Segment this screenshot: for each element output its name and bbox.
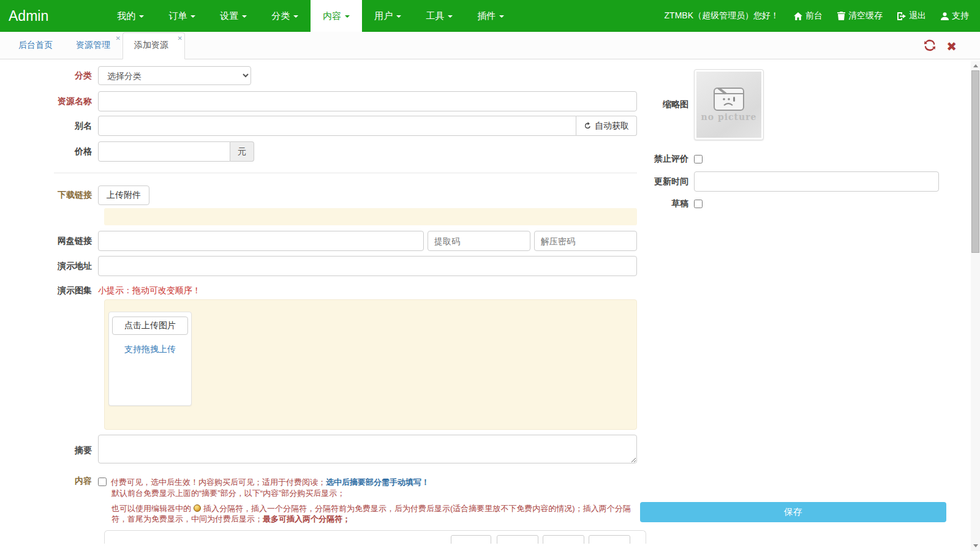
content-help-text: 付费可见，选中后生效！内容购买后可见；适用于付费阅读；选中后摘要部分需手动填写！… <box>98 476 637 525</box>
editor-toolbar-select[interactable] <box>589 535 630 544</box>
tab-close-icon[interactable]: ✕ <box>116 35 121 42</box>
gallery-hint: 小提示：拖动可改变顺序！ <box>98 285 637 296</box>
menu-item-categories[interactable]: 分类 <box>259 0 311 32</box>
top-navbar: Admin 我的 订单 设置 分类 内容 用户 工具 插件 ZTMBK（超级管理… <box>0 0 980 32</box>
menu-item-tools[interactable]: 工具 <box>413 0 465 32</box>
menu-item-content[interactable]: 内容 <box>311 0 362 32</box>
publish-sidebar: 缩略图 no picture 禁止评价 <box>640 69 946 217</box>
summary-textarea[interactable] <box>98 435 637 463</box>
logout-link[interactable]: 退出 <box>897 10 926 21</box>
chevron-down-icon <box>139 15 144 18</box>
content-editor[interactable] <box>104 530 646 544</box>
triangle-down-icon <box>973 544 978 547</box>
gallery-drag-hint: 支持拖拽上传 <box>124 344 176 354</box>
netdisk-url-input[interactable] <box>98 231 424 251</box>
content-label: 内容 <box>0 476 98 487</box>
paid-visible-checkbox[interactable] <box>98 478 107 486</box>
gallery-upload-card: 点击上传图片 支持拖拽上传 <box>108 312 192 406</box>
category-select[interactable]: 选择分类 <box>98 66 251 85</box>
tabs: 后台首页 资源管理 ✕ 添加资源 ✕ <box>0 32 980 59</box>
thumbnail-uploader[interactable]: no picture <box>694 69 764 140</box>
brand-logo[interactable]: Admin <box>0 0 61 32</box>
netdisk-unzip-input[interactable] <box>534 231 637 251</box>
resource-name-label: 资源名称 <box>0 96 98 107</box>
no-picture-placeholder: no picture <box>696 72 761 138</box>
menu-item-orders[interactable]: 订单 <box>156 0 208 32</box>
chevron-down-icon <box>396 15 401 18</box>
gallery-upload-button[interactable]: 点击上传图片 <box>112 317 188 335</box>
gallery-dropzone[interactable]: 点击上传图片 支持拖拽上传 <box>104 299 637 430</box>
netdisk-code-input[interactable] <box>428 231 530 251</box>
update-time-label: 更新时间 <box>640 176 694 187</box>
resource-name-input[interactable] <box>98 91 637 111</box>
chevron-down-icon <box>190 15 195 18</box>
tab-bar: 后台首页 资源管理 ✕ 添加资源 ✕ ✖ <box>0 32 980 59</box>
clear-cache-link[interactable]: 清空缓存 <box>837 10 883 21</box>
summary-label: 摘要 <box>0 445 98 456</box>
no-picture-text: no picture <box>701 112 757 122</box>
tab-resource-manage[interactable]: 资源管理 ✕ <box>65 33 123 59</box>
chevron-down-icon <box>293 15 298 18</box>
trash-icon <box>837 12 845 20</box>
support-link[interactable]: 支持 <box>941 10 969 21</box>
netdisk-label: 网盘链接 <box>0 236 98 247</box>
chevron-down-icon <box>499 15 504 18</box>
demo-url-input[interactable] <box>98 256 637 276</box>
refresh-icon <box>584 122 592 130</box>
gallery-label: 演示图集 <box>0 285 98 296</box>
editor-toolbar-select[interactable] <box>451 535 491 544</box>
category-label: 分类 <box>0 70 98 81</box>
upload-attachment-button[interactable]: 上传附件 <box>98 186 149 205</box>
section-divider <box>54 173 637 173</box>
demo-url-label: 演示地址 <box>0 261 98 272</box>
tab-dashboard[interactable]: 后台首页 <box>7 33 65 59</box>
scrollbar-down-arrow[interactable] <box>971 541 980 550</box>
thumbnail-label: 缩略图 <box>640 99 694 110</box>
refresh-tab-button[interactable] <box>923 39 937 54</box>
tab-add-resource[interactable]: 添加资源 ✕ <box>123 32 185 59</box>
editor-toolbar-select[interactable] <box>497 535 538 544</box>
main-content: 分类 选择分类 资源名称 别名 自动获取 价格 <box>0 59 980 551</box>
user-icon <box>941 12 949 20</box>
vertical-scrollbar[interactable] <box>971 61 980 551</box>
no-comment-label: 禁止评价 <box>640 154 694 165</box>
close-tab-button[interactable]: ✖ <box>946 40 957 53</box>
menu-item-users[interactable]: 用户 <box>362 0 413 32</box>
resource-form: 分类 选择分类 资源名称 别名 自动获取 价格 <box>0 66 637 544</box>
download-link-label: 下载链接 <box>0 190 98 201</box>
navbar-right: ZTMBK（超级管理员）您好！ 前台 清空缓存 退出 支持 <box>665 0 980 32</box>
user-greeting: ZTMBK（超级管理员）您好！ <box>665 10 779 21</box>
draft-label: 草稿 <box>640 198 694 209</box>
front-site-link[interactable]: 前台 <box>794 10 823 21</box>
price-input[interactable] <box>98 141 230 162</box>
update-time-input[interactable] <box>694 171 939 192</box>
menu-item-mine[interactable]: 我的 <box>105 0 156 32</box>
alias-input[interactable] <box>98 116 576 136</box>
auto-fetch-button[interactable]: 自动获取 <box>576 116 637 136</box>
chevron-down-icon <box>345 15 350 18</box>
triangle-up-icon <box>973 64 978 67</box>
scrollbar-thumb[interactable] <box>971 70 979 253</box>
scrollbar-up-arrow[interactable] <box>971 61 980 70</box>
logout-icon <box>897 12 906 20</box>
tab-close-icon[interactable]: ✕ <box>178 35 183 42</box>
home-icon <box>794 12 802 20</box>
chevron-down-icon <box>242 15 247 18</box>
save-button[interactable]: 保存 <box>640 502 946 522</box>
editor-toolbar-select[interactable] <box>543 535 584 544</box>
coin-separator-icon <box>194 504 201 512</box>
tab-actions: ✖ <box>923 39 957 54</box>
refresh-icon <box>923 39 937 52</box>
no-comment-checkbox[interactable] <box>694 155 703 163</box>
menu-item-settings[interactable]: 设置 <box>208 0 259 32</box>
price-label: 价格 <box>0 146 98 157</box>
attachment-list-area <box>104 208 637 225</box>
alias-label: 别名 <box>0 121 98 132</box>
sad-window-icon <box>714 88 744 111</box>
menu-item-plugins[interactable]: 插件 <box>465 0 516 32</box>
main-menu: 我的 订单 设置 分类 内容 用户 工具 插件 <box>105 0 516 32</box>
draft-checkbox[interactable] <box>694 200 703 208</box>
chevron-down-icon <box>448 15 453 18</box>
price-unit: 元 <box>230 141 254 162</box>
